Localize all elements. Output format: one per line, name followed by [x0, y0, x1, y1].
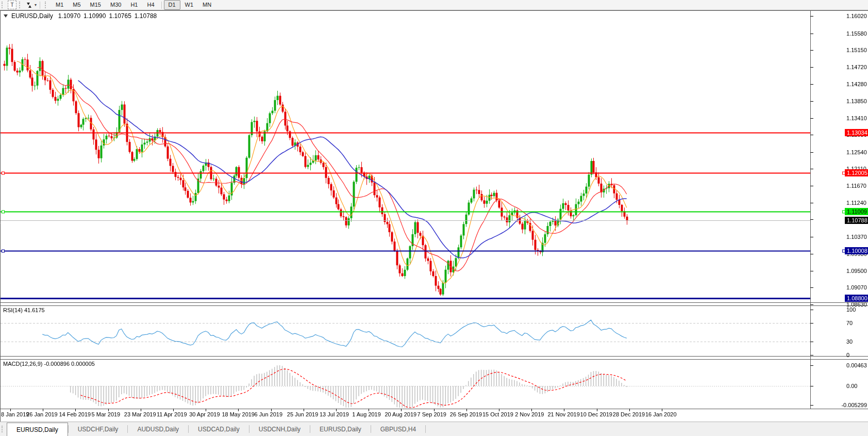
- date-tick-label: 25 Jun 2019: [287, 411, 319, 417]
- chart-tab-gbpusd-h4[interactable]: GBPUSD,H4: [371, 422, 425, 436]
- date-tick-label: 20 Aug 2019: [385, 411, 416, 417]
- macd-scale-label: 0.00: [846, 383, 857, 389]
- rsi-scale-label: 100: [846, 306, 856, 313]
- ohlc-low: 1.10765: [109, 12, 131, 20]
- hline-price-badge: 1.13034: [845, 129, 868, 136]
- rsi-scale-label: 0: [846, 352, 849, 358]
- date-tick-label: 14 Feb 2019: [59, 411, 91, 417]
- timeframe-button-group: M1M5M15M30H1H4D1W1MN: [51, 0, 216, 10]
- date-tick-label: 1 Aug 2019: [352, 411, 381, 417]
- price-tick-label: 1.13410: [846, 115, 867, 121]
- ohlc-open: 1.10970: [58, 12, 80, 20]
- ohlc-high: 1.10990: [84, 12, 106, 20]
- price-tick-label: 1.13850: [846, 98, 867, 104]
- date-tick-label: 5 Mar 2019: [92, 411, 121, 417]
- date-tick-label: 26 Jan 2019: [26, 411, 58, 417]
- date-tick-label: 26 Sep 2019: [450, 411, 482, 417]
- current-price-badge: 1.10788: [845, 217, 868, 224]
- macd-indicator-label: MACD(12,26,9) -0.000896 0.000005: [3, 361, 95, 367]
- date-tick-label: 13 Jul 2019: [320, 411, 349, 417]
- tabbar-grip-handle[interactable]: [2, 426, 5, 432]
- toolbar-separator: [161, 2, 162, 9]
- timeframe-button-w1[interactable]: W1: [180, 0, 198, 10]
- date-tick-label: 15 Oct 2019: [482, 411, 513, 417]
- chart-tab-audusd-daily[interactable]: AUDUSD,Daily: [128, 422, 188, 436]
- chart-tab-eurusd-daily[interactable]: EURUSD,Daily: [310, 422, 371, 436]
- timeframe-button-h4[interactable]: H4: [142, 0, 159, 10]
- chart-symbol-ohlc: EURUSD,Daily 1.10970 1.10990 1.10765 1.1…: [4, 12, 157, 20]
- chevron-down-icon[interactable]: ▾: [35, 3, 37, 7]
- chart-symbol-label: EURUSD,Daily: [11, 12, 53, 20]
- hline-price-badge: 1.12005: [845, 169, 868, 176]
- date-tick-label: 10 Dec 2019: [580, 411, 612, 417]
- price-tick-label: 1.11670: [846, 183, 866, 189]
- toolbar-grip-handle[interactable]: [19, 2, 23, 8]
- rsi-scale-label: 70: [846, 320, 853, 326]
- toolbar-separator: [40, 2, 40, 9]
- timeframe-button-h1[interactable]: H1: [126, 0, 142, 10]
- date-tick-label: 8 Jan 2019: [1, 411, 29, 417]
- date-tick-label: 11 Apr 2019: [157, 411, 187, 417]
- price-tick-label: 1.16020: [846, 13, 867, 19]
- chart-tab-usdcnh-daily[interactable]: USDCNH,Daily: [249, 422, 310, 436]
- text-label-tool-button[interactable]: T: [8, 1, 16, 9]
- timeframe-button-d1[interactable]: D1: [164, 0, 180, 10]
- date-tick-label: 2 Nov 2019: [515, 411, 544, 417]
- arrows-icon: [26, 2, 32, 8]
- price-tick-label: 1.14720: [846, 64, 867, 70]
- chart-tab-usdcad-daily[interactable]: USDCAD,Daily: [189, 422, 249, 436]
- hline-price-badge: 1.11009: [845, 208, 868, 215]
- date-tick-label: 21 Nov 2019: [547, 411, 579, 417]
- arrows-tool-button[interactable]: [25, 1, 33, 9]
- trading-terminal: T ▾ M1M5M15M30H1H4D1W1MN EURUSD,Daily 1.…: [0, 0, 868, 436]
- one-click-trading-arrow-icon[interactable]: [4, 14, 8, 18]
- date-tick-label: 16 Jan 2020: [645, 411, 677, 417]
- price-tick-label: 1.09500: [846, 268, 867, 274]
- macd-scale-label: 0.00463: [846, 362, 867, 368]
- timeframe-button-mn[interactable]: MN: [198, 0, 216, 10]
- macd-scale-label: -0.005299: [841, 402, 867, 408]
- toolbar-grip-handle[interactable]: [2, 2, 5, 8]
- rsi-scale-label: 30: [846, 338, 853, 345]
- price-tick-label: 1.12540: [846, 149, 867, 155]
- chart-toolbar: T ▾ M1M5M15M30H1H4D1W1MN: [0, 0, 868, 10]
- tab-separator: [425, 425, 426, 433]
- timeframe-grip-handle[interactable]: [45, 2, 48, 8]
- timeframe-button-m5[interactable]: M5: [68, 0, 85, 10]
- price-tick-label: 1.11240: [846, 200, 866, 206]
- price-tick-label: 1.14280: [846, 81, 867, 87]
- date-tick-label: 7 Sep 2019: [418, 411, 446, 417]
- date-tick-label: 23 Mar 2019: [124, 411, 156, 417]
- chart-tab-usdchf-daily[interactable]: USDCHF,Daily: [69, 422, 128, 436]
- ohlc-close: 1.10788: [135, 12, 157, 20]
- timeframe-button-m15[interactable]: M15: [86, 0, 106, 10]
- timeframe-button-m30[interactable]: M30: [106, 0, 126, 10]
- main-chart-canvas[interactable]: [0, 0, 868, 436]
- price-tick-label: 1.09070: [846, 284, 867, 290]
- hline-price-badge: 1.08800: [845, 295, 868, 302]
- price-tick-label: 1.15580: [846, 30, 867, 37]
- date-tick-label: 6 Jun 2019: [255, 411, 282, 417]
- hline-price-badge: 1.10008: [845, 247, 868, 254]
- date-tick-label: 28 Dec 2019: [613, 411, 645, 417]
- timeframe-button-m1[interactable]: M1: [51, 0, 68, 10]
- date-tick-label: 30 Apr 2019: [189, 411, 220, 417]
- rsi-indicator-label: RSI(14) 41.6175: [3, 307, 45, 313]
- price-tick-label: 1.10370: [846, 234, 867, 240]
- chart-tab-bar: EURUSD,DailyUSDCHF,DailyAUDUSD,DailyUSDC…: [0, 422, 868, 436]
- chart-tab-eurusd-daily[interactable]: EURUSD,Daily: [7, 423, 68, 436]
- price-tick-label: 1.15150: [846, 47, 867, 53]
- date-tick-label: 18 May 2019: [222, 411, 255, 417]
